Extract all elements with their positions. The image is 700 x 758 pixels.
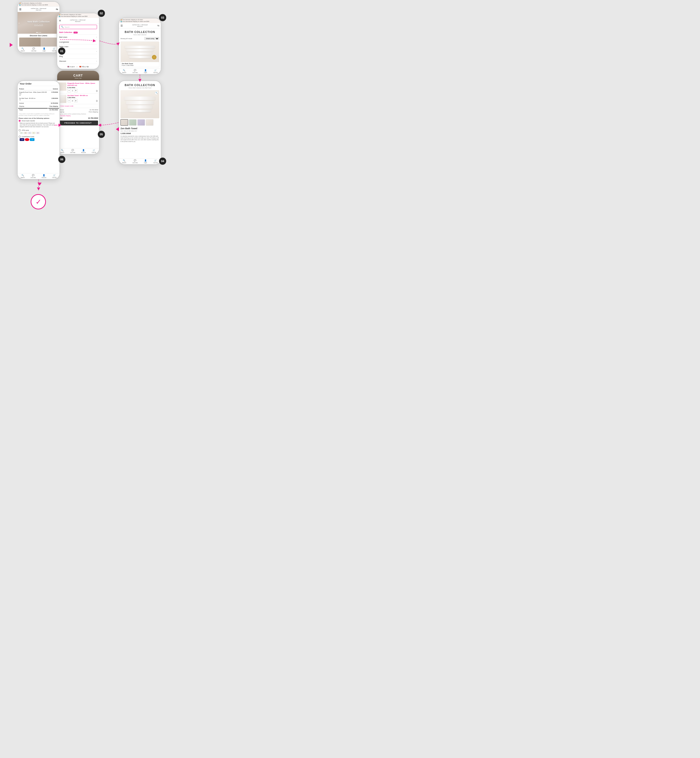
menu-item-discover[interactable]: Discover › <box>59 59 97 64</box>
qty-increase-2[interactable]: + <box>74 99 78 102</box>
nav-login-01[interactable]: 👤 Login <box>43 47 46 52</box>
hamburger-icon[interactable]: ☰ <box>19 8 22 11</box>
cart-item-1: Dragonfly Duvet Cover - White, Queen (24… <box>58 81 98 94</box>
arrow-down-06 <box>38 183 42 186</box>
search-icon-03: 🔍 <box>123 69 125 72</box>
nav-cart-03[interactable]: 🛒 Cart (0) <box>153 69 158 73</box>
nav-chat-05[interactable]: 💬 Live chat <box>70 149 75 153</box>
close-button[interactable]: ✕ <box>59 19 61 22</box>
nav-cart-05[interactable]: 🛒 Cart (3) <box>92 149 96 153</box>
user-icon-06: 👤 <box>43 174 45 177</box>
shipping-bar-03: 🚚 Free domestic shipping on all orders 🌍… <box>119 19 161 23</box>
totals-section: Subtotal 10.760.000đ Shipping Free shipp… <box>58 108 98 121</box>
subtotal-row-06: Subtotal 10.760.000đ <box>18 102 59 105</box>
qty-decrease-1[interactable]: − <box>67 89 71 92</box>
order-row-1: Dragonfly Duvet Cover - White, Queen (24… <box>18 91 59 97</box>
nav-login-03[interactable]: 👤 Login <box>144 69 147 73</box>
nav-login-04[interactable]: 👤 Login <box>144 159 147 163</box>
delete-item-1[interactable]: 🗑 <box>96 90 98 92</box>
delete-item-2[interactable]: 🗑 <box>96 100 98 102</box>
nav-chat-06[interactable]: 💬 Live chat <box>31 174 36 178</box>
user-icon-05: 👤 <box>82 149 85 152</box>
nav-cart-01[interactable]: 🛒 Cart (0) <box>52 47 56 52</box>
shipping-bar-02: 🚚 Free domestic shipping on all orders 🌍… <box>57 13 99 18</box>
hamburger-icon-03[interactable]: ☰ <box>120 24 123 27</box>
payment-option-bank: Direct bank transfer Make your payment d… <box>19 120 58 128</box>
search-bar[interactable]: 🔍 Search <box>59 25 97 29</box>
header-01: ☰ catherine | denoual maison 🛍 <box>18 7 59 12</box>
nav-search-03[interactable]: 🔍 Search <box>122 69 126 73</box>
header-03: ☰ catherine | denoual maison 🛍 <box>119 23 161 28</box>
hero-nav: ‹ › <box>18 22 59 24</box>
total-row-06: Total 10.760.000đ <box>18 108 59 111</box>
payment-section: Please select one of the following optio… <box>18 117 59 143</box>
atm-icons: V M V H JB <box>19 131 58 135</box>
bottom-nav-05: 🔍 Search 💬 Live chat 👤 Account 🛒 Cart (3… <box>57 148 99 154</box>
payment-radio-card[interactable] <box>19 136 21 138</box>
arrow-left-0405 <box>116 127 119 131</box>
qty-increase-1[interactable]: + <box>74 89 78 92</box>
nav-cart-04[interactable]: 🛒 Cart (0) <box>153 159 158 163</box>
nav-search-01[interactable]: 🔍 Search <box>21 47 25 52</box>
coupon-row[interactable]: 🏷 Enter coupon code <box>58 104 98 108</box>
phone-02: 🚚 Free domestic shipping on all orders 🌍… <box>57 13 100 69</box>
dot-2 <box>39 32 39 33</box>
visa-icon: VISA <box>20 138 24 141</box>
discover-section: Discover Our Linens <box>18 34 59 47</box>
chat-icon: 💬 <box>33 47 35 50</box>
payment-option-card: Credit/Debit Cards VISA JCB <box>19 136 58 141</box>
nav-search-05[interactable]: 🔍 Search <box>60 149 64 153</box>
header-icons-03: 🛍 <box>157 25 159 27</box>
thumb-2[interactable] <box>129 119 137 126</box>
payment-radio-bank[interactable] <box>19 120 21 122</box>
nav-cart-06[interactable]: 🛒 Cart (3) <box>52 174 56 178</box>
menu-item-table-linen[interactable]: Table Linen <box>59 44 97 49</box>
qty-decrease-2[interactable]: − <box>67 99 71 102</box>
thumb-3[interactable] <box>138 119 145 126</box>
nav-search-06[interactable]: 🔍 Search <box>21 174 25 178</box>
step-badge-04: 04 <box>159 158 166 165</box>
nav-chat-03[interactable]: 💬 Live chat <box>133 69 138 73</box>
chevron-icon-gifts: › <box>96 50 97 53</box>
product-card-zen-towel-03[interactable]: Zen Bath Towel From 1.030.000đ <box>120 41 159 67</box>
filter-bar: Showing all 6 results Default sorting <box>119 36 161 41</box>
header-02: ✕ catherine | denoual maison <box>57 18 99 24</box>
nav-chat-04[interactable]: 💬 Live chat <box>133 159 138 163</box>
decoration-sphere <box>152 55 156 60</box>
nav-search-04[interactable]: 🔍 Search <box>122 159 126 163</box>
product-image-03 <box>121 42 159 62</box>
step-badge-06: 06 <box>58 156 66 163</box>
payment-radio-atm[interactable] <box>19 129 21 131</box>
menu-item-bath-collection[interactable]: Bath Collection NEW <box>59 30 97 35</box>
zoom-button[interactable]: 🔍 <box>155 91 158 95</box>
hero-banner: New Bath Collection SHOP NOW ‹ › <box>18 12 59 34</box>
bath-collection-title: BATH COLLECTION <box>119 28 161 34</box>
hero-dots <box>36 32 41 33</box>
menu-list: Bath Collection NEW Bed Linen › Loungewe… <box>57 30 99 64</box>
checkout-button[interactable]: PROCEED TO CHECKOUT <box>58 121 98 125</box>
logo-02: catherine | denoual maison <box>70 19 86 22</box>
chat-icon-03: 💬 <box>134 69 136 72</box>
nav-account-06[interactable]: 👤 Account <box>42 174 46 178</box>
menu-item-bed-linen[interactable]: Bed Linen › <box>59 35 97 40</box>
cart-icon-04: 🛒 <box>154 159 157 162</box>
step-badge-05: 05 <box>98 131 105 138</box>
search-icon-04: 🔍 <box>123 159 125 162</box>
bag-icon[interactable]: 🛍 <box>56 8 58 11</box>
prev-arrow[interactable]: ‹ <box>19 22 19 24</box>
thumb-4[interactable] <box>146 119 153 126</box>
nav-account-05[interactable]: 👤 Account <box>81 149 86 153</box>
checkmark-icon: ✓ <box>36 198 41 206</box>
nav-chat-01[interactable]: 💬 Live chat <box>31 47 36 52</box>
menu-item-blog[interactable]: Blog <box>59 54 97 59</box>
sort-dropdown[interactable]: Default sorting <box>144 37 159 40</box>
menu-item-loungewear[interactable]: Loungewear <box>59 40 97 44</box>
thumb-1[interactable] <box>120 119 128 126</box>
order-row-2: Zen Bath Towel - 80×160 cm ×2 2.060.000đ <box>18 97 59 101</box>
step-badge-01: 01 <box>58 47 66 55</box>
header-06: Your Order <box>18 81 59 86</box>
step-badge-02: 02 <box>98 10 105 17</box>
calc-shipping-link[interactable]: 🚚 Calculate shipping <box>58 115 98 116</box>
jcb-icon: JCB <box>30 138 34 141</box>
cart-icon-06: 🛒 <box>53 174 56 177</box>
